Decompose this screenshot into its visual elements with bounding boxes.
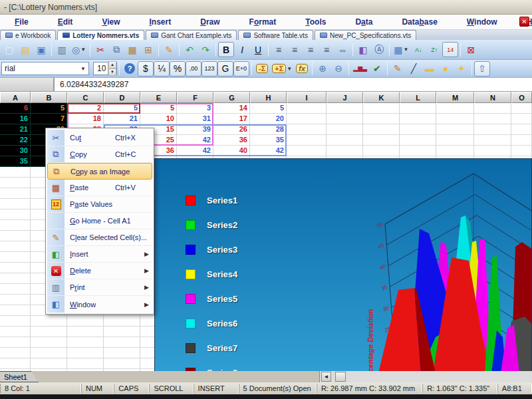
context-menu-item-cut[interactable]: ✂CutCtrl+X — [47, 130, 152, 146]
grid-cell[interactable] — [104, 348, 140, 358]
italic-button[interactable]: I — [234, 42, 250, 57]
draw-pencil-icon[interactable]: ✎ — [390, 61, 406, 76]
monitor-close-icon[interactable]: ⊠ — [463, 42, 479, 57]
function-icon[interactable]: fx — [294, 61, 310, 76]
column-header-L[interactable]: L — [400, 92, 436, 103]
grid-cell[interactable] — [0, 295, 31, 305]
context-menu-item-delete[interactable]: ✕Delete▶ — [47, 263, 152, 279]
new-document-icon[interactable]: ▢ — [1, 42, 17, 57]
font-size-spinner[interactable]: ▲▼ — [108, 61, 116, 76]
grid-cell[interactable] — [104, 337, 140, 348]
grid-cell[interactable]: 10 — [140, 114, 177, 124]
grid-cell[interactable] — [327, 146, 363, 156]
menu-database[interactable]: Database — [396, 16, 442, 28]
grid-cell[interactable]: 36 — [213, 135, 250, 146]
grid-cell[interactable] — [436, 103, 474, 114]
grid-cell[interactable]: 2 — [67, 103, 104, 114]
window-style-icon[interactable]: ◧ — [355, 42, 371, 57]
grid-cell[interactable] — [511, 114, 532, 124]
zoom-out-icon[interactable]: ⊖ — [331, 61, 346, 76]
tab-e-workbook[interactable]: e Workbook — [0, 30, 56, 40]
grid-cell[interactable]: 40 — [213, 146, 250, 156]
justify-icon[interactable]: ≡ — [319, 42, 334, 57]
grid-cell[interactable] — [436, 146, 474, 156]
paste-special-icon[interactable]: ⊞ — [140, 42, 156, 57]
column-header-K[interactable]: K — [363, 92, 400, 103]
grid-cell[interactable] — [287, 103, 327, 114]
grid-cell[interactable] — [31, 358, 67, 369]
draw-rectangle-icon[interactable]: ▬ — [422, 61, 438, 76]
draw-freeform-icon[interactable]: ✦ — [454, 61, 469, 76]
grid-cell[interactable]: 39 — [177, 124, 213, 135]
menu-insert[interactable]: Insert — [144, 16, 177, 28]
grid-cell[interactable] — [511, 135, 532, 146]
undo-icon[interactable]: ↶ — [182, 42, 198, 57]
grid-cell[interactable]: 21 — [0, 124, 31, 135]
grid-cell[interactable] — [400, 135, 436, 146]
context-menu-item-window[interactable]: ◧Window▶ — [47, 296, 152, 313]
grid-cell[interactable]: 35 — [250, 135, 287, 146]
grid-cell[interactable] — [0, 273, 31, 284]
grid-cell[interactable] — [511, 103, 532, 114]
align-right-icon[interactable]: ≡ — [303, 42, 319, 57]
grid-cell[interactable] — [0, 316, 31, 327]
align-left-icon[interactable]: ≡ — [271, 42, 287, 57]
sheet-tab[interactable]: Sheet1 — [0, 371, 39, 382]
grid-cell[interactable] — [363, 124, 400, 135]
print-preview-icon[interactable]: ◎▼ — [70, 42, 88, 57]
grid-cell[interactable] — [474, 103, 511, 114]
grid-cell[interactable] — [400, 103, 436, 114]
horizontal-scrollbar[interactable]: ◄ — [319, 371, 532, 382]
grid-cell[interactable] — [0, 199, 31, 209]
grid-cell[interactable]: 21 — [104, 114, 140, 124]
currency-format-icon[interactable]: $ — [138, 61, 154, 76]
draw-line-icon[interactable]: ╱ — [406, 61, 422, 76]
grid-cell[interactable] — [0, 209, 31, 220]
grid-cell[interactable] — [0, 358, 31, 369]
grid-cell[interactable] — [474, 146, 511, 156]
cell-label-icon[interactable]: Ⓐ — [371, 42, 387, 57]
tab-gant-chart-example-vts[interactable]: Gant Chart Example.vts — [146, 30, 237, 40]
edit-pencil-icon[interactable]: ✎ — [161, 42, 177, 57]
grid-cell[interactable] — [67, 316, 104, 327]
grid-cell[interactable]: 6 — [0, 103, 31, 114]
grid-cell[interactable] — [0, 337, 31, 348]
spinner-up-icon[interactable]: ▲ — [108, 61, 116, 68]
font-size-stepper[interactable]: 10 ▲▼ — [93, 62, 117, 75]
grid-cell[interactable]: 28 — [250, 124, 287, 135]
chevron-down-icon[interactable]: ▼ — [80, 47, 86, 53]
grid-cell[interactable]: 42 — [177, 135, 213, 146]
sum-minus-icon[interactable]: -Σ — [254, 61, 270, 76]
grid-cell[interactable] — [287, 124, 327, 135]
align-center-icon[interactable]: ≡ — [287, 42, 303, 57]
menu-file[interactable]: File — [9, 16, 34, 28]
chart-icon[interactable]: ▂▆▃ — [351, 61, 369, 76]
bold-button[interactable]: B — [218, 42, 234, 57]
cell-name-box[interactable] — [0, 78, 55, 91]
draw-ellipse-icon[interactable]: ● — [438, 61, 454, 76]
grid-cell[interactable] — [511, 124, 532, 135]
grid-cell[interactable] — [363, 135, 400, 146]
sort-ascending-icon[interactable]: A↓ — [410, 42, 426, 57]
grid-cell[interactable]: 30 — [0, 146, 31, 156]
grid-cell[interactable] — [104, 327, 140, 337]
grid-cell[interactable] — [67, 327, 104, 337]
column-header-C[interactable]: C — [67, 92, 104, 103]
legend-item-series6[interactable]: Series6 — [186, 318, 237, 329]
grid-cell[interactable] — [400, 146, 436, 156]
scientific-format-icon[interactable]: E+0 — [233, 61, 249, 76]
grid-cell[interactable] — [327, 114, 363, 124]
grid-cell[interactable] — [0, 263, 31, 273]
tab-software-table-vts[interactable]: Software Table.vts — [238, 30, 313, 40]
grid-cell[interactable] — [511, 146, 532, 156]
context-menu-item-copy[interactable]: ⧉CopyCtrl+C — [47, 146, 152, 163]
column-header-B[interactable]: B — [31, 92, 67, 103]
grid-cell[interactable]: 42 — [177, 146, 213, 156]
scrollbar-thumb[interactable] — [335, 372, 346, 382]
calendar-icon[interactable]: 14 — [442, 42, 458, 57]
context-menu-item-clear-selected-cell-s[interactable]: ✎Clear Selected Cell(s)... — [47, 229, 152, 246]
grid-cell[interactable] — [0, 220, 31, 231]
merge-cells-icon[interactable]: ⇔ — [334, 42, 350, 57]
grid-cell[interactable] — [0, 252, 31, 263]
underline-button[interactable]: U — [250, 42, 266, 57]
